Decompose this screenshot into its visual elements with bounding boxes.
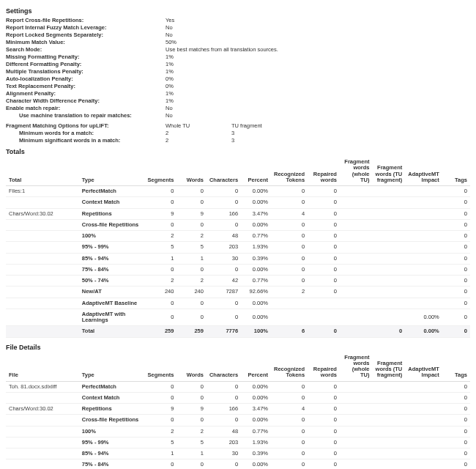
table-row: Chars/Word:30.02Repetitions991663.47%400 xyxy=(6,404,470,415)
column-header: Fragment words (whole TU) xyxy=(340,352,373,382)
file-info-1: Files:1 xyxy=(6,186,79,197)
setting-value: 0% xyxy=(166,82,470,89)
filedetails-heading: File Details xyxy=(6,344,470,351)
uplift-row-label: Minimum significant words in a match: xyxy=(6,136,166,144)
table-row: 100%22480.77%000 xyxy=(6,426,470,437)
column-header: Segments xyxy=(144,157,176,186)
row-type: 75% - 84% xyxy=(79,264,144,275)
row-type: Total xyxy=(79,326,144,337)
setting-label: Minimum Match Value: xyxy=(6,38,166,45)
totals-heading: Totals xyxy=(6,148,470,155)
file-details-table: FileTypeSegmentsWordsCharactersPercentRe… xyxy=(6,352,470,470)
file-info-2: Chars/Word:30.02 xyxy=(6,404,79,415)
table-row: New/AT240240728792.66%200 xyxy=(6,287,470,298)
table-row: 95% - 99%552031.93%000 xyxy=(6,242,470,253)
setting-label: Text Replacement Penalty: xyxy=(6,82,166,89)
setting-value: No xyxy=(166,111,470,119)
uplift-title: Fragment Matching Options for upLIFT: xyxy=(6,122,166,129)
column-header: Characters xyxy=(207,352,241,382)
column-header: Total xyxy=(6,157,79,186)
settings-heading: Settings xyxy=(6,7,470,15)
row-type: 85% - 94% xyxy=(79,253,144,264)
setting-label: Use machine translation to repair matche… xyxy=(6,111,166,119)
setting-label: Report Cross-file Repetitions: xyxy=(6,16,166,23)
row-type: 75% - 84% xyxy=(79,459,144,469)
column-header: Characters xyxy=(207,157,241,186)
table-row: 85% - 94%11300.39%000 xyxy=(6,253,470,264)
column-header: Words xyxy=(176,352,207,382)
column-header: Fragment words (whole TU) xyxy=(340,157,373,186)
table-row: Cross-file Repetitions0000.00%000 xyxy=(6,415,470,426)
table-row: 75% - 84%0000.00%000 xyxy=(6,459,470,469)
setting-value: 1% xyxy=(166,67,470,75)
table-row: Chars/Word:30.02Repetitions991663.47%400 xyxy=(6,208,470,219)
column-header: Fragment words (TU fragment) xyxy=(372,352,405,382)
setting-value: 1% xyxy=(166,89,470,97)
setting-label: Report Locked Segments Separately: xyxy=(6,31,166,38)
row-type: 95% - 99% xyxy=(79,242,144,253)
setting-label: Alignment Penalty: xyxy=(6,89,166,97)
setting-value: 50% xyxy=(166,38,470,45)
column-header: File xyxy=(6,352,79,382)
row-type: New/AT xyxy=(79,287,144,298)
column-header: Repaired words xyxy=(308,352,340,382)
setting-label: Search Mode: xyxy=(6,45,166,53)
setting-label: Character Width Difference Penalty: xyxy=(6,97,166,104)
table-row: AdaptiveMT Baseline0000.00%0 xyxy=(6,298,470,309)
table-row: Total2592597776100%6000.00%0 xyxy=(6,326,470,337)
column-header: AdaptiveMT Impact xyxy=(405,157,442,186)
row-type: 100% xyxy=(79,426,144,437)
setting-value: Use best matches from all translation so… xyxy=(166,45,470,53)
table-row: Cross-file Repetitions0000.00%000 xyxy=(6,219,470,230)
row-type: AdaptiveMT Baseline xyxy=(79,298,144,309)
column-header: Percent xyxy=(241,157,271,186)
table-row: 50% - 74%22420.77%000 xyxy=(6,276,470,287)
setting-label: Different Formatting Penalty: xyxy=(6,60,166,67)
table-row: Toh. 81.docx.sdlxliffPerfectMatch0000.00… xyxy=(6,381,470,392)
table-row: 85% - 94%11300.39%000 xyxy=(6,448,470,459)
row-type: Cross-file Repetitions xyxy=(79,415,144,426)
row-type: 100% xyxy=(79,231,144,242)
row-type: AdaptiveMT with Learnings xyxy=(79,309,144,326)
row-type: Cross-file Repetitions xyxy=(79,219,144,230)
column-header: Words xyxy=(176,157,207,186)
column-header: Fragment words (TU fragment) xyxy=(372,157,405,186)
table-row: AdaptiveMT with Learnings0000.00%0.00%0 xyxy=(6,309,470,326)
table-row: Context Match0000.00%000 xyxy=(6,197,470,208)
row-type: PerfectMatch xyxy=(79,186,144,197)
setting-value: No xyxy=(166,104,470,111)
table-row: 75% - 84%0000.00%000 xyxy=(6,264,470,275)
file-info-1: Toh. 81.docx.sdlxliff xyxy=(6,381,79,392)
setting-value: Yes xyxy=(166,16,470,23)
setting-value: 0% xyxy=(166,75,470,82)
column-header: Recognized Tokens xyxy=(271,352,308,382)
column-header: Repaired words xyxy=(308,157,340,186)
row-type: 85% - 94% xyxy=(79,448,144,459)
setting-value: 1% xyxy=(166,53,470,60)
column-header: Segments xyxy=(144,352,176,382)
setting-value: No xyxy=(166,23,470,31)
uplift-table: Fragment Matching Options for upLIFT: Wh… xyxy=(6,122,297,144)
file-info-2: Chars/Word:30.02 xyxy=(6,208,79,219)
row-type: Repetitions xyxy=(79,208,144,219)
setting-label: Enable match repair: xyxy=(6,104,166,111)
table-row: Files:1PerfectMatch0000.00%000 xyxy=(6,186,470,197)
setting-label: Auto-localization Penalty: xyxy=(6,75,166,82)
column-header: AdaptiveMT Impact xyxy=(405,352,442,382)
column-header: Tags xyxy=(442,352,470,382)
setting-value: No xyxy=(166,31,470,38)
column-header: Tags xyxy=(442,157,470,186)
totals-table: TotalTypeSegmentsWordsCharactersPercentR… xyxy=(6,157,470,338)
setting-value: 1% xyxy=(166,60,470,67)
row-type: 50% - 74% xyxy=(79,276,144,287)
column-header: Recognized Tokens xyxy=(271,157,308,186)
row-type: Context Match xyxy=(79,197,144,208)
uplift-row-label: Minimum words for a match: xyxy=(6,129,166,136)
setting-label: Multiple Translations Penalty: xyxy=(6,67,166,75)
row-type: PerfectMatch xyxy=(79,381,144,392)
setting-label: Missing Formatting Penalty: xyxy=(6,53,166,60)
row-type: Context Match xyxy=(79,392,144,403)
settings-table: Report Cross-file Repetitions:YesReport … xyxy=(6,16,470,119)
row-type: Repetitions xyxy=(79,404,144,415)
table-row: 95% - 99%552031.93%000 xyxy=(6,437,470,448)
